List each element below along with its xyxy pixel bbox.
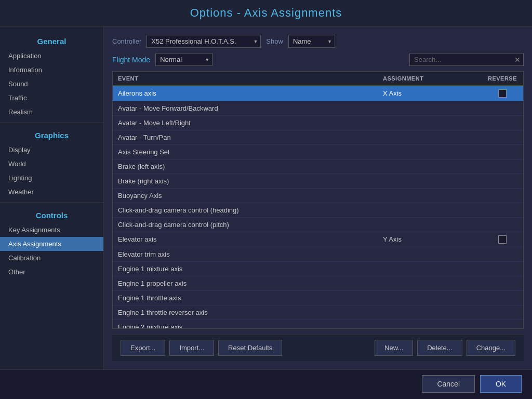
event-cell: Brake (right axis) [113,174,378,188]
event-cell: Brake (left axis) [113,159,378,174]
new-button[interactable]: New... [375,340,413,356]
table-row[interactable]: Brake (right axis) [113,174,523,188]
sidebar-divider [0,122,103,123]
sidebar: GeneralApplicationInformationSoundTraffi… [0,26,104,369]
delete-button[interactable]: Delete... [417,340,462,356]
reverse-cell [482,86,523,101]
event-cell: Buoyancy Axis [113,188,378,203]
reverse-cell [482,188,523,203]
reset-defaults-button[interactable]: Reset Defaults [218,340,282,356]
page-title: Options - Axis Assignments [0,6,532,20]
show-select[interactable]: Name [288,35,335,48]
reverse-cell [482,130,523,144]
event-column-header: EVENT [113,72,378,86]
reverse-cell [482,115,523,130]
show-select-wrapper[interactable]: Name [288,35,335,48]
sidebar-item-traffic[interactable]: Traffic [0,91,103,105]
sidebar-item-weather[interactable]: Weather [0,185,103,199]
event-cell: Click-and-drag camera control (heading) [113,203,378,217]
assignment-cell: Y Axis [378,232,482,247]
sidebar-item-lighting[interactable]: Lighting [0,171,103,185]
event-cell: Engine 1 mixture axis [113,262,378,276]
event-cell: Engine 1 throttle axis [113,291,378,305]
table-row[interactable]: Elevator trim axis [113,247,523,262]
table-row[interactable]: Click-and-drag camera control (pitch) [113,217,523,232]
sidebar-item-other[interactable]: Other [0,265,103,279]
flightmode-label: Flight Mode [112,56,150,64]
table-row[interactable]: Axis Steering Set [113,144,523,159]
table-row[interactable]: Avatar - Move Left/Right [113,115,523,130]
event-cell: Axis Steering Set [113,144,378,159]
table-header: EVENT ASSIGNMENT REVERSE [113,72,523,86]
table-row[interactable]: Elevator axisY Axis [113,232,523,247]
reverse-checkbox[interactable] [498,235,507,244]
assignment-cell [378,115,482,130]
sidebar-section-header-general: General [0,32,103,49]
assignment-cell [378,159,482,174]
table-row[interactable]: Buoyancy Axis [113,188,523,203]
controller-row: Controller X52 Professional H.O.T.A.S. S… [112,35,524,48]
assignment-cell [378,217,482,232]
flightmode-select[interactable]: Normal [155,53,212,66]
assignment-cell [378,291,482,305]
table-body: Ailerons axisX AxisAvatar - Move Forward… [113,86,523,329]
table-row[interactable]: Click-and-drag camera control (heading) [113,203,523,217]
assignment-cell [378,144,482,159]
assignment-column-header: ASSIGNMENT [378,72,482,86]
assignment-cell [378,305,482,320]
flightmode-select-wrapper[interactable]: Normal [155,53,212,66]
table-row[interactable]: Ailerons axisX Axis [113,86,523,101]
controller-select-wrapper[interactable]: X52 Professional H.O.T.A.S. [147,35,261,48]
sidebar-item-information[interactable]: Information [0,63,103,77]
reverse-cell [482,203,523,217]
assignment-cell [378,262,482,276]
sidebar-item-world[interactable]: World [0,157,103,171]
sidebar-item-key-assignments[interactable]: Key Assignments [0,223,103,237]
assignment-cell [378,188,482,203]
reverse-cell [482,232,523,247]
table-row[interactable]: Engine 1 throttle reverser axis [113,305,523,320]
controller-select[interactable]: X52 Professional H.O.T.A.S. [147,35,261,48]
import-button[interactable]: Import... [169,340,214,356]
sidebar-item-calibration[interactable]: Calibration [0,251,103,265]
event-cell: Click-and-drag camera control (pitch) [113,217,378,232]
sidebar-item-axis-assignments[interactable]: Axis Assignments [0,237,103,251]
reverse-cell [482,101,523,115]
reverse-cell [482,291,523,305]
content-area: Controller X52 Professional H.O.T.A.S. S… [104,26,532,369]
table-row[interactable]: Avatar - Move Forward/Backward [113,101,523,115]
assignment-cell: X Axis [378,86,482,101]
search-input[interactable] [409,53,524,66]
event-cell: Avatar - Turn/Pan [113,130,378,144]
assignment-cell [378,247,482,262]
reverse-cell [482,174,523,188]
reverse-cell [482,217,523,232]
sidebar-item-realism[interactable]: Realism [0,105,103,119]
reverse-cell [482,144,523,159]
table-row[interactable]: Engine 2 mixture axis [113,320,523,329]
table-row[interactable]: Engine 1 mixture axis [113,262,523,276]
show-label: Show [266,37,283,45]
table-row[interactable]: Engine 1 throttle axis [113,291,523,305]
table-row[interactable]: Engine 1 propeller axis [113,276,523,291]
assignment-cell [378,101,482,115]
export-button[interactable]: Export... [121,340,165,356]
cancel-button[interactable]: Cancel [422,375,475,393]
ok-button[interactable]: OK [480,375,522,393]
reverse-checkbox[interactable] [498,89,507,98]
event-cell: Avatar - Move Left/Right [113,115,378,130]
table-row[interactable]: Brake (left axis) [113,159,523,174]
table-row[interactable]: Avatar - Turn/Pan [113,130,523,144]
sidebar-item-application[interactable]: Application [0,49,103,63]
reverse-cell [482,247,523,262]
reverse-cell [482,262,523,276]
events-table-container[interactable]: EVENT ASSIGNMENT REVERSE Ailerons axisX … [112,71,524,329]
search-clear-icon[interactable]: ✕ [514,56,521,64]
assignment-cell [378,174,482,188]
sidebar-item-sound[interactable]: Sound [0,77,103,91]
sidebar-item-display[interactable]: Display [0,143,103,157]
reverse-column-header: REVERSE [482,72,523,86]
sidebar-divider [0,202,103,203]
change-button[interactable]: Change... [467,340,515,356]
reverse-cell [482,159,523,174]
